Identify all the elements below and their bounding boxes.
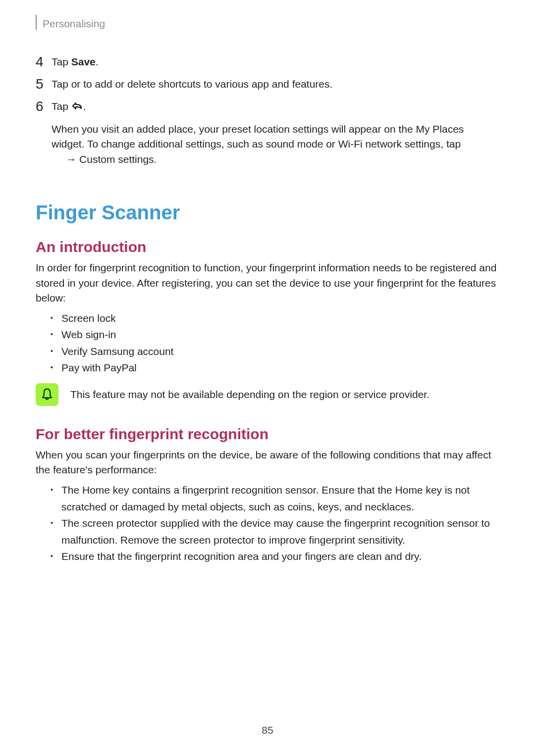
step-5: 5 Tap or to add or delete shortcuts to v… — [36, 77, 499, 92]
breadcrumb: Personalising — [43, 18, 105, 30]
list-item: Screen lock — [51, 310, 499, 327]
step-6: 6 Tap . — [36, 99, 499, 115]
step-body: Tap . — [52, 99, 499, 115]
text-save: Save — [71, 56, 96, 67]
arrow-icon: → — [66, 153, 76, 165]
section-title-finger-scanner: Finger Scanner — [36, 202, 499, 224]
step-4: 4 Tap Save. — [36, 54, 499, 70]
subsection-better-recognition: For better fingerprint recognition — [36, 426, 499, 443]
bell-icon — [36, 383, 58, 406]
text: Wi-Fi network settings, tap — [338, 138, 461, 150]
step-number: 4 — [36, 54, 52, 70]
step-number: 6 — [36, 99, 52, 114]
text-tap: Tap — [52, 56, 68, 67]
text-period: . — [96, 56, 99, 67]
list-item: Verify Samsung account — [51, 343, 499, 360]
text-tap: Tap — [52, 101, 68, 112]
step-body: Tap or to add or delete shortcuts to var… — [52, 77, 499, 92]
text: the — [398, 123, 413, 135]
text-period: . — [83, 101, 86, 112]
breadcrumb-container: Personalising — [36, 15, 499, 30]
subsection-an-introduction: An introduction — [36, 239, 499, 255]
intro-paragraph: In order for fingerprint recognition to … — [36, 260, 499, 305]
text-period: . — [154, 153, 157, 165]
step-number: 5 — [36, 77, 52, 92]
step-6-paragraph: When you visit an added place, your pres… — [36, 122, 499, 167]
back-icon — [71, 100, 83, 115]
document-page: Personalising 4 Tap Save. 5 Tap or to ad… — [0, 0, 535, 756]
note-row: This feature may not be available depend… — [36, 383, 499, 406]
my-places-label: My Places — [416, 123, 464, 135]
step-body: Tap Save. — [52, 54, 499, 69]
better-paragraph: When you scan your fingerprints on the d… — [36, 448, 499, 478]
note-text: This feature may not be available depend… — [70, 387, 429, 402]
custom-settings-label: Custom settings — [79, 153, 154, 165]
page-number: 85 — [36, 724, 499, 736]
intro-feature-list: Screen lock Web sign-in Verify Samsung a… — [36, 310, 499, 376]
text: When you visit an added place, your pres… — [52, 123, 396, 135]
list-item: Ensure that the fingerprint recognition … — [51, 548, 499, 565]
list-item: The screen protector supplied with the d… — [51, 515, 499, 548]
list-item: The Home key contains a fingerprint reco… — [51, 482, 499, 515]
text: widget. To change additional settings, s… — [52, 138, 335, 150]
better-conditions-list: The Home key contains a fingerprint reco… — [36, 482, 499, 565]
list-item: Web sign-in — [51, 326, 499, 343]
list-item: Pay with PayPal — [51, 359, 499, 376]
